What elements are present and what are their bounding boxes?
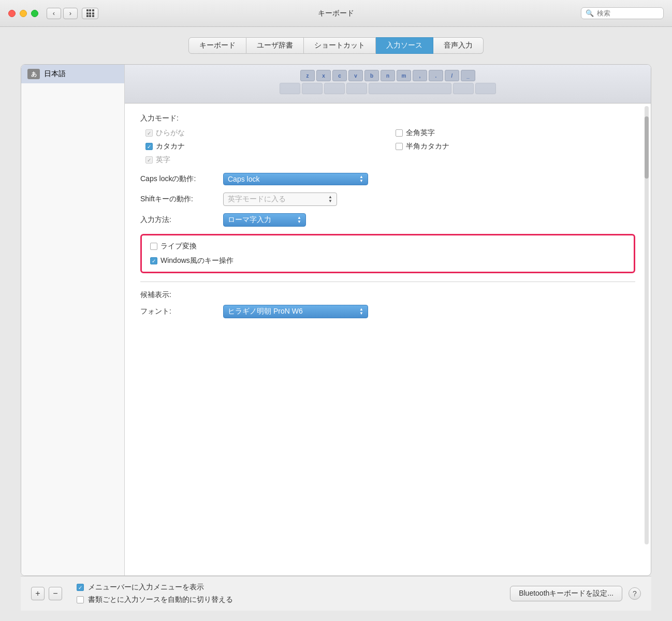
traffic-lights xyxy=(8,10,38,17)
font-label: フォント: xyxy=(140,307,223,316)
key-v: v xyxy=(348,70,363,81)
checkbox-halfwidth-katakana[interactable]: 半角カタカナ xyxy=(396,142,635,151)
tab-user-dict[interactable]: ユーザ辞書 xyxy=(246,37,304,54)
keyboard-preview: z x c v b n m , . / _ xyxy=(125,65,651,103)
candidates-title: 候補表示: xyxy=(140,290,635,300)
help-button[interactable]: ? xyxy=(629,587,641,600)
back-button[interactable]: ‹ xyxy=(47,8,61,19)
key-slash: / xyxy=(445,70,459,81)
minimize-button[interactable] xyxy=(20,10,27,17)
close-button[interactable] xyxy=(8,10,16,17)
forward-button[interactable]: › xyxy=(63,8,78,19)
input-method-select[interactable]: ローマ字入力 ▲▼ xyxy=(223,213,306,227)
menu-checkbox-row[interactable]: メニューバーに入力メニューを表示 xyxy=(77,583,506,592)
key-fn xyxy=(280,83,300,94)
tab-shortcuts[interactable]: ショートカット xyxy=(304,37,376,54)
search-input[interactable] xyxy=(597,9,659,17)
shiftkey-label: Shiftキーの動作: xyxy=(140,195,223,204)
key-b: b xyxy=(364,70,379,81)
key-cmd-left xyxy=(346,83,367,94)
cb-hiragana xyxy=(145,129,153,137)
cb-katakana xyxy=(145,143,153,150)
japanese-icon: あ xyxy=(27,69,40,79)
cb-menu-bar[interactable] xyxy=(77,584,84,591)
key-x: x xyxy=(316,70,331,81)
tab-input-source[interactable]: 入力ソース xyxy=(376,37,433,54)
input-method-label: 入力方法: xyxy=(140,215,223,225)
input-mode-section: 入力モード: ひらがな 全角英字 xyxy=(140,114,635,165)
candidates-section: 候補表示: フォント: ヒラギノ明朝 ProN W6 ▲▼ xyxy=(140,290,635,318)
maximize-button[interactable] xyxy=(31,10,38,17)
auto-switch-label: 書類ごとに入力ソースを自動的に切り替える xyxy=(88,595,233,604)
key-z: z xyxy=(300,70,315,81)
key-space xyxy=(369,83,451,94)
tabs: キーボード ユーザ辞書 ショートカット 入力ソース 音声入力 xyxy=(21,37,651,54)
search-icon: 🔍 xyxy=(586,9,594,17)
sidebar-item-label: 日本語 xyxy=(44,69,66,79)
capslock-select[interactable]: Caps lock ▲▼ xyxy=(223,173,368,185)
cb-fullwidth-alpha xyxy=(396,129,403,137)
font-select[interactable]: ヒラギノ明朝 ProN W6 ▲▼ xyxy=(223,305,368,318)
titlebar: ‹ › キーボード 🔍 xyxy=(0,0,672,27)
capslock-row: Caps lockの動作: Caps lock ▲▼ xyxy=(140,173,635,185)
capslock-arrows-icon: ▲▼ xyxy=(359,175,363,183)
checkbox-fullwidth-alpha[interactable]: 全角英字 xyxy=(396,128,635,138)
checkbox-alpha[interactable]: 英字 xyxy=(145,155,385,165)
main-content: キーボード ユーザ辞書 ショートカット 入力ソース 音声入力 あ 日本語 z x… xyxy=(0,27,672,621)
main-panel: あ 日本語 z x c v b n m , . / _ xyxy=(21,64,651,576)
settings-scroll: 入力モード: ひらがな 全角英字 xyxy=(125,103,651,575)
cb-auto-switch[interactable] xyxy=(77,596,84,603)
scrollbar[interactable] xyxy=(645,106,649,544)
font-row: フォント: ヒラギノ明朝 ProN W6 ▲▼ xyxy=(140,305,635,318)
input-mode-title: 入力モード: xyxy=(140,114,635,123)
key-underscore: _ xyxy=(461,70,475,81)
checkbox-live-conversion[interactable]: ライブ変換 xyxy=(150,242,625,251)
checkbox-hiragana[interactable]: ひらがな xyxy=(145,128,385,138)
shiftkey-arrows-icon: ▲▼ xyxy=(328,195,332,203)
search-box[interactable]: 🔍 xyxy=(581,7,664,19)
key-n: n xyxy=(381,70,395,81)
settings-wrapper: 入力モード: ひらがな 全角英字 xyxy=(140,114,635,318)
capslock-label: Caps lockの動作: xyxy=(140,174,223,184)
input-method-arrows-icon: ▲▼ xyxy=(297,216,301,224)
checkbox-windows-keys[interactable]: Windows風のキー操作 xyxy=(150,256,625,265)
key-row-bottom: z x c v b n m , . / _ xyxy=(135,70,640,81)
cb-alpha xyxy=(145,156,153,164)
key-period: . xyxy=(429,70,443,81)
cb-live-conversion xyxy=(150,243,157,250)
bottom-bar: + − メニューバーに入力メニューを表示 書類ごとに入力ソースを自動的に切り替え… xyxy=(21,576,651,611)
shiftkey-select[interactable]: 英字モードに入る ▲▼ xyxy=(223,193,337,206)
bottom-checkboxes: メニューバーに入力メニューを表示 書類ごとに入力ソースを自動的に切り替える xyxy=(77,583,506,604)
cb-halfwidth-katakana xyxy=(396,143,403,150)
shiftkey-row: Shiftキーの動作: 英字モードに入る ▲▼ xyxy=(140,193,635,206)
highlight-box: ライブ変換 Windows風のキー操作 xyxy=(140,234,635,273)
bottom-right: Bluetoothキーボードを設定... ? xyxy=(510,586,641,601)
key-ctrl xyxy=(302,83,323,94)
divider xyxy=(140,282,635,282)
add-source-button[interactable]: + xyxy=(31,587,45,600)
key-comma: , xyxy=(413,70,427,81)
remove-source-button[interactable]: − xyxy=(49,587,62,600)
sidebar: あ 日本語 xyxy=(21,65,125,575)
right-panel: z x c v b n m , . / _ xyxy=(125,65,651,575)
tab-keyboard[interactable]: キーボード xyxy=(188,37,246,54)
grid-icon xyxy=(86,9,94,17)
sidebar-item-japanese[interactable]: あ 日本語 xyxy=(21,65,124,83)
menu-bar-label: メニューバーに入力メニューを表示 xyxy=(88,583,204,592)
nav-buttons: ‹ › xyxy=(47,8,98,19)
auto-switch-checkbox-row[interactable]: 書類ごとに入力ソースを自動的に切り替える xyxy=(77,595,506,604)
input-method-row: 入力方法: ローマ字入力 ▲▼ xyxy=(140,213,635,227)
scrollbar-thumb[interactable] xyxy=(645,116,649,179)
key-c: c xyxy=(332,70,347,81)
cb-windows-keys xyxy=(150,257,157,264)
key-alt-right xyxy=(475,83,496,94)
key-m: m xyxy=(397,70,411,81)
key-row-space xyxy=(135,83,640,94)
grid-button[interactable] xyxy=(82,8,98,19)
font-arrows-icon: ▲▼ xyxy=(359,307,363,316)
checkbox-katakana[interactable]: カタカナ xyxy=(145,142,385,151)
bluetooth-button[interactable]: Bluetoothキーボードを設定... xyxy=(510,586,622,601)
key-alt xyxy=(324,83,345,94)
tab-voice-input[interactable]: 音声入力 xyxy=(433,37,484,54)
window-title: キーボード xyxy=(318,9,354,18)
